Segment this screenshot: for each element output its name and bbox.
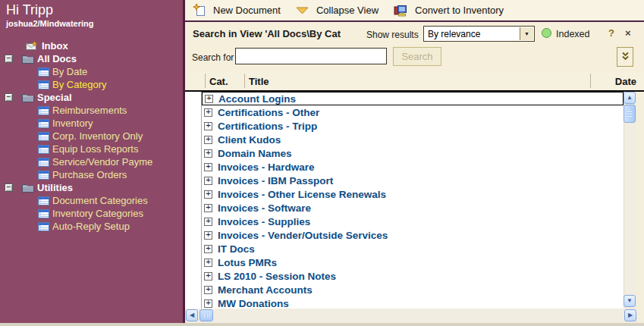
expand-plus-icon[interactable]: + — [204, 163, 212, 171]
category-title: Invoices - Vender/Outside Services — [218, 230, 388, 241]
expand-plus-icon[interactable]: + — [204, 122, 212, 130]
category-row[interactable]: +Client Kudos — [202, 133, 624, 146]
sidebar-item-service-vendor-payme[interactable]: Service/Vendor Payme — [0, 155, 183, 168]
convert-to-inventory-button[interactable]: Convert to Inventory — [394, 5, 504, 17]
new-document-button[interactable]: New Document — [193, 4, 281, 17]
horizontal-scroll-thumb[interactable] — [199, 309, 213, 321]
sort-results-value: By relevance — [428, 29, 480, 39]
view-icon — [38, 67, 49, 77]
sidebar: Hi Tripp joshua2/Mindwatering Inbox−All … — [0, 0, 183, 323]
expand-plus-icon[interactable]: + — [204, 245, 212, 253]
indexed-status-label: Indexed — [556, 29, 589, 39]
expand-plus-icon[interactable]: + — [204, 218, 212, 226]
category-row[interactable]: +Invoices - IBM Passport — [202, 174, 624, 187]
category-row[interactable]: +Account Logins — [202, 92, 624, 105]
vertical-scroll-thumb[interactable] — [624, 105, 636, 123]
search-input[interactable] — [235, 48, 387, 64]
expand-plus-icon[interactable]: + — [204, 190, 212, 199]
category-title: Invoices - Supplies — [218, 216, 310, 227]
chevron-down-icon[interactable]: ▼ — [520, 27, 533, 40]
column-separator — [244, 74, 245, 88]
expand-plus-icon[interactable]: + — [204, 108, 212, 117]
view-icon — [38, 196, 49, 205]
collapse-view-button[interactable]: Collapse View — [296, 5, 379, 16]
chevron-down-icon: ▼ — [627, 298, 633, 304]
sidebar-item-corp-inventory-only[interactable]: Corp. Inventory Only — [0, 130, 183, 143]
scroll-left-button[interactable]: ◀ — [186, 309, 198, 321]
sidebar-item-inbox[interactable]: Inbox — [0, 39, 183, 52]
category-title: Lotus PMRs — [218, 257, 277, 268]
sidebar-item-utilities[interactable]: −Utilities — [0, 181, 183, 194]
horizontal-scrollbar[interactable]: ◀ ▶ — [185, 309, 637, 322]
category-title: Client Kudos — [218, 134, 281, 146]
expand-plus-icon[interactable]: + — [204, 136, 212, 144]
category-row[interactable]: +Invoices - Other License Renewals — [202, 187, 624, 201]
sidebar-item-label: Inventory Categories — [52, 208, 143, 219]
sidebar-item-document-categories[interactable]: Document Categories — [0, 194, 183, 207]
category-title: Invoices - IBM Passport — [218, 175, 333, 187]
sidebar-item-inventory[interactable]: Inventory — [0, 117, 183, 130]
sort-results-dropdown[interactable]: By relevance ▼ — [423, 26, 535, 42]
sidebar-item-special[interactable]: −Special — [0, 91, 183, 104]
sidebar-item-by-date[interactable]: By Date — [0, 65, 183, 78]
scroll-up-button[interactable]: ▲ — [624, 92, 636, 104]
help-button[interactable]: ? — [608, 27, 614, 39]
category-row[interactable]: +IT Docs — [202, 242, 624, 255]
expand-plus-icon[interactable]: + — [204, 272, 212, 281]
close-search-button[interactable]: × — [625, 27, 631, 39]
expand-plus-icon[interactable]: + — [204, 231, 212, 240]
category-row[interactable]: +LS 2010 - Session Notes — [202, 269, 624, 283]
collapse-view-icon — [296, 6, 309, 15]
sidebar-item-by-category[interactable]: By Category — [0, 78, 183, 91]
inbox-icon — [26, 41, 39, 51]
expand-plus-icon[interactable]: + — [204, 259, 212, 267]
view-icon — [38, 106, 49, 115]
expand-plus-icon[interactable]: + — [204, 177, 212, 185]
expand-plus-icon[interactable]: + — [205, 95, 213, 103]
sidebar-item-inventory-categories[interactable]: Inventory Categories — [0, 207, 183, 220]
scroll-down-button[interactable]: ▼ — [624, 295, 636, 307]
category-row[interactable]: +Invoices - Hardware — [202, 160, 624, 174]
sidebar-item-auto-reply-setup[interactable]: Auto-Reply Setup — [0, 220, 183, 233]
sidebar-item-label: Reimbursements — [52, 105, 127, 116]
sidebar-item-label: Document Categories — [52, 195, 148, 206]
new-document-label: New Document — [213, 5, 281, 16]
sidebar-item-equip-loss-reports[interactable]: Equip Loss Reports — [0, 143, 183, 155]
vertical-scrollbar[interactable]: ▲ ▼ — [624, 92, 636, 307]
category-title: LS 2010 - Session Notes — [218, 271, 336, 282]
expand-plus-icon[interactable]: + — [204, 286, 212, 294]
category-row[interactable]: +Certifications - Other — [202, 105, 624, 119]
category-row[interactable]: +Invoices - Vender/Outside Services — [202, 228, 624, 242]
collapse-expander-icon[interactable]: − — [5, 93, 13, 102]
category-row[interactable]: +Invoices - Supplies — [202, 215, 624, 228]
sidebar-item-label: By Date — [52, 66, 87, 77]
view-icon — [38, 209, 49, 218]
category-row[interactable]: +Lotus PMRs — [202, 255, 624, 269]
category-row[interactable]: +Merchant Accounts — [202, 283, 624, 296]
category-row[interactable]: +Domain Names — [202, 146, 624, 160]
window-bottom-edge — [0, 323, 644, 326]
category-title: Invoices - Software — [218, 202, 311, 214]
category-row[interactable]: +Certifications - Tripp — [202, 119, 624, 133]
sidebar-item-label: Auto-Reply Setup — [52, 221, 130, 232]
collapse-expander-icon[interactable]: − — [5, 183, 13, 192]
sidebar-item-reimbursements[interactable]: Reimbursements — [0, 104, 183, 117]
category-title: Certifications - Tripp — [218, 121, 317, 132]
sidebar-item-label: Purchase Orders — [52, 169, 127, 180]
more-options-button[interactable] — [617, 47, 633, 67]
expand-plus-icon[interactable]: + — [204, 204, 212, 212]
expand-plus-icon[interactable]: + — [204, 149, 212, 158]
sidebar-item-purchase-orders[interactable]: Purchase Orders — [0, 168, 183, 181]
expand-plus-icon[interactable]: + — [204, 299, 212, 308]
search-button[interactable]: Search — [393, 47, 441, 66]
scroll-right-button[interactable]: ▶ — [624, 309, 636, 321]
collapse-expander-icon[interactable]: − — [5, 55, 13, 63]
category-row[interactable]: +MW Donations — [202, 296, 624, 309]
category-row[interactable]: +Invoices - Software — [202, 201, 624, 215]
category-title: Domain Names — [218, 148, 292, 159]
category-title: Merchant Accounts — [218, 284, 313, 296]
category-title: Account Logins — [218, 93, 296, 105]
sidebar-item-all-docs[interactable]: −All Docs — [0, 52, 183, 65]
sidebar-item-label: Utilities — [37, 182, 73, 193]
convert-to-inventory-icon — [394, 5, 407, 17]
